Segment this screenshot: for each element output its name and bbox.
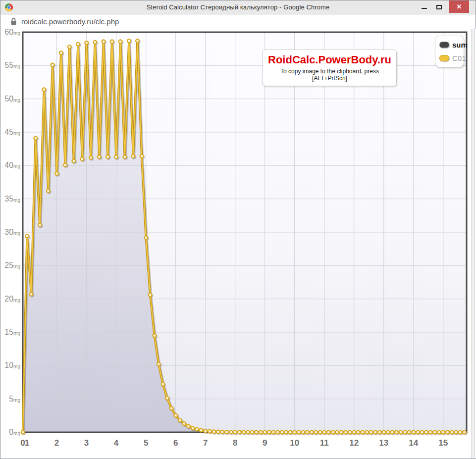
- svg-text:5: 5: [144, 438, 148, 448]
- svg-text:45mg: 45mg: [4, 128, 20, 136]
- chart-region: 0mg5mg10mg15mg20mg25mg30mg35mg40mg45mg50…: [0, 29, 476, 459]
- window-title: Steroid Calculator Стероидный калькулято…: [0, 3, 476, 11]
- browser-window: Steroid Calculator Стероидный калькулято…: [0, 0, 476, 459]
- svg-text:55mg: 55mg: [4, 61, 20, 69]
- watermark-box: RoidCalc.PowerBody.ru To copy image to t…: [263, 50, 397, 86]
- svg-text:2: 2: [54, 438, 59, 448]
- svg-text:40mg: 40mg: [4, 161, 20, 169]
- scrollbar[interactable]: [471, 29, 475, 459]
- svg-text:0mg: 0mg: [9, 428, 20, 436]
- svg-text:9: 9: [263, 438, 267, 448]
- sum-series-swatch-icon: [439, 42, 449, 48]
- svg-text:4: 4: [114, 438, 119, 448]
- maximize-icon: [436, 5, 442, 9]
- chart-canvas: 0mg5mg10mg15mg20mg25mg30mg35mg40mg45mg50…: [0, 29, 476, 459]
- lock-icon[interactable]: [10, 18, 17, 25]
- svg-text:35mg: 35mg: [4, 195, 20, 203]
- svg-text:10mg: 10mg: [4, 361, 20, 369]
- svg-text:30mg: 30mg: [4, 228, 20, 236]
- svg-text:15: 15: [438, 438, 448, 448]
- window-controls: ✕: [417, 0, 476, 14]
- url-text: roidcalc.powerbody.ru/clc.php: [21, 17, 119, 26]
- svg-text:50mg: 50mg: [4, 95, 20, 103]
- svg-text:10: 10: [290, 438, 299, 448]
- svg-text:11: 11: [320, 438, 329, 448]
- svg-text:5mg: 5mg: [9, 395, 20, 403]
- c01-series-swatch-icon: [439, 55, 449, 61]
- svg-text:20mg: 20mg: [4, 295, 20, 303]
- svg-text:60mg: 60mg: [4, 29, 20, 36]
- maximize-button[interactable]: [431, 0, 446, 13]
- svg-text:1: 1: [25, 438, 29, 448]
- svg-text:3: 3: [84, 438, 89, 448]
- svg-text:6: 6: [173, 438, 178, 448]
- svg-text:14: 14: [409, 438, 418, 448]
- close-icon: ✕: [457, 3, 462, 10]
- minimize-icon: [422, 8, 427, 9]
- legend-item-c01: C01: [439, 54, 460, 62]
- svg-text:8: 8: [233, 438, 237, 448]
- chart-legend: sum C01: [435, 36, 464, 67]
- svg-text:15mg: 15mg: [4, 328, 20, 336]
- legend-label-sum: sum: [452, 41, 468, 49]
- watermark-title: RoidCalc.PowerBody.ru: [265, 53, 394, 66]
- minimize-button[interactable]: [417, 0, 431, 13]
- svg-text:7: 7: [203, 438, 208, 448]
- window-titlebar[interactable]: Steroid Calculator Стероидный калькулято…: [0, 0, 476, 14]
- url-bar[interactable]: roidcalc.powerbody.ru/clc.php: [0, 14, 476, 29]
- watermark-subtitle: To copy image to the clipboard, press [A…: [265, 68, 394, 82]
- svg-text:13: 13: [379, 438, 388, 448]
- svg-text:25mg: 25mg: [4, 261, 20, 269]
- legend-item-sum: sum: [439, 41, 460, 49]
- svg-text:12: 12: [349, 438, 359, 448]
- chrome-logo-icon: [5, 3, 13, 11]
- close-button[interactable]: ✕: [449, 0, 469, 13]
- legend-label-c01: C01: [452, 54, 466, 62]
